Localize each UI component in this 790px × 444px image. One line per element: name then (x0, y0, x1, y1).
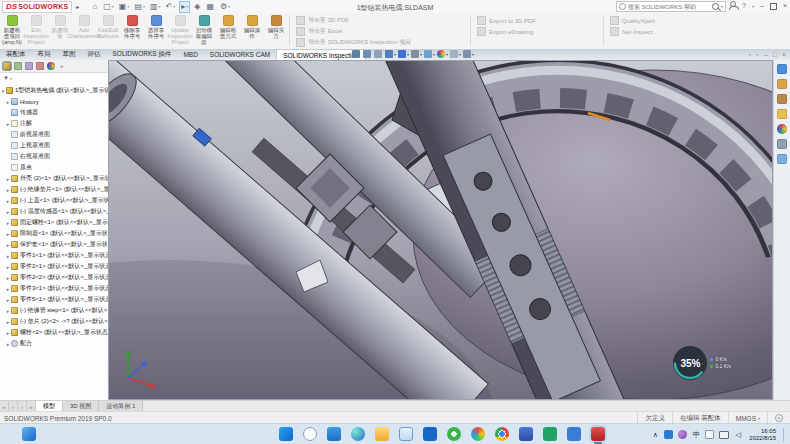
app-green-s-icon[interactable] (543, 427, 557, 441)
tree-item[interactable]: ▸ 螺栓<2> (默认<<默认>_显示状态 (0, 327, 108, 338)
search-dropdown-icon[interactable]: ▾ (721, 4, 723, 9)
tree-item[interactable]: ▾ 1型铠装热电偶 (默认<默认>_显示状态-1> (0, 85, 108, 96)
display-tray-icon[interactable] (719, 431, 729, 439)
tree-item[interactable]: ▸ 限制器<1> (默认<<默认>_显示状 (0, 228, 108, 239)
hud-item[interactable]: ▾ (411, 50, 422, 58)
tree-item[interactable]: 传感器 (0, 107, 108, 118)
widgets-button[interactable] (22, 427, 36, 441)
tree-item[interactable]: ▸ 零件2<2> (默认<<默认>_显示状态 (0, 272, 108, 283)
ribbon-menu-item[interactable]: Export eDrawing (477, 27, 597, 36)
tree-item[interactable]: 原点 (0, 162, 108, 173)
displaymanager-tab[interactable] (47, 62, 55, 70)
hud-item[interactable] (352, 50, 361, 58)
ribbon-tab[interactable]: 布局 (32, 49, 57, 60)
ribbon-menu-item[interactable]: 导出至 SOLIDWORKS Inspection 项目 (296, 38, 464, 47)
ribbon-button[interactable]: Update Inspection Project (168, 13, 192, 49)
save-icon[interactable]: ▤ ▾ (133, 1, 146, 12)
doc-window-icon[interactable]: ▫ (756, 50, 758, 59)
tree-item[interactable]: 上视基准面 (0, 140, 108, 151)
tree-item[interactable]: 右视基准面 (0, 151, 108, 162)
hud-item[interactable]: ▾ (463, 50, 474, 58)
home-icon[interactable]: ⌂ (91, 1, 99, 12)
wps-icon[interactable] (567, 427, 581, 441)
file-explorer-pane-icon[interactable] (777, 94, 787, 104)
volume-icon[interactable]: ◁ (734, 430, 742, 440)
file-properties-icon[interactable]: ▦ (205, 1, 216, 12)
ribbon-button[interactable]: 选择零 件序号 (144, 13, 168, 49)
language-bar-icon[interactable] (705, 430, 714, 439)
tree-item[interactable]: ▸ 零件1<1> (默认<<默认>_显示状态 (0, 250, 108, 261)
hud-item[interactable]: ▾ (450, 50, 461, 58)
ribbon-menu-item[interactable]: 导出至 2D PDF (296, 16, 464, 25)
tree-item[interactable]: ▸ 固定螺栓<1> (默认<<默认>_显示 (0, 217, 108, 228)
tree-item[interactable]: ▸ (-) 绝缘垫片<1> (默认<<默认>_显 (0, 184, 108, 195)
ime-indicator[interactable]: 中 (692, 430, 700, 440)
monitor-app-icon[interactable] (519, 427, 533, 441)
tree-item[interactable]: ▸ 零件3<1> (默认<<默认>_显示状态 (0, 283, 108, 294)
ribbon-button[interactable]: Add/Edit Balloons (96, 13, 120, 49)
view-palette-icon[interactable] (777, 109, 787, 119)
undo-icon[interactable]: ↶ ▾ (165, 1, 177, 12)
tree-item[interactable]: ▸ 保护套<1> (默认<<默认>_显示状 (0, 239, 108, 250)
ribbon-button[interactable]: Edit Inspection Project (24, 13, 48, 49)
hud-item[interactable]: ▾ (437, 50, 448, 58)
edge-icon[interactable] (351, 427, 365, 441)
ribbon-tab[interactable]: 草图 (57, 49, 82, 60)
hud-item[interactable]: ▾ (385, 50, 396, 58)
ribbon-tab[interactable]: 评估 (82, 49, 107, 60)
doc-window-icon[interactable]: ▫ (749, 50, 751, 59)
security-shield-icon[interactable] (664, 430, 673, 439)
menu-flyout-arrow-icon[interactable]: ▸ (76, 3, 79, 10)
sign-in-icon[interactable] (730, 1, 736, 7)
ribbon-menu-item[interactable]: Net-Inspect (610, 27, 705, 36)
ribbon-menu-item[interactable]: Export to 3D PDF (477, 16, 597, 25)
ribbon-button[interactable]: 新建检 查项目 (amp;N) (0, 13, 24, 49)
ribbon-tab[interactable]: SOLIDWORKS CAM (204, 49, 276, 60)
tree-item[interactable]: ▸ 零件5<1> (默认<<默认>_显示状态 (0, 294, 108, 305)
ribbon-tab[interactable]: SOLIDWORKS 插件 (107, 49, 178, 60)
ribbon-button[interactable]: 移除零 件序号 (120, 13, 144, 49)
filter-icon[interactable]: ▼ (3, 75, 9, 81)
tree-item[interactable]: ▸ History (0, 96, 108, 107)
options-icon[interactable]: ⚙ ▾ (219, 1, 231, 12)
hud-item[interactable]: ▾ (424, 50, 435, 58)
dimxpertmanager-tab[interactable] (36, 62, 44, 70)
solidworks-taskbar-icon[interactable] (591, 427, 605, 441)
ribbon-button[interactable]: 编辑实 方 (264, 13, 288, 49)
tree-item[interactable]: ▸ 注解 (0, 118, 108, 129)
ribbon-tab[interactable]: 装配体 (0, 49, 32, 60)
tree-item[interactable]: ▸ (-) 上盖<1> (默认<<默认>_显示状 (0, 195, 108, 206)
resources-home-icon[interactable] (777, 64, 787, 74)
custom-properties-icon[interactable] (777, 139, 787, 149)
ribbon-button[interactable]: 编辑操 作 (240, 13, 264, 49)
new-file-icon[interactable]: ▢ ▾ (102, 1, 115, 12)
appearances-scenes-icon[interactable] (777, 124, 787, 134)
start-button[interactable] (279, 427, 293, 441)
print-icon[interactable]: ▥ ▾ (149, 1, 162, 12)
search-button[interactable] (303, 427, 317, 441)
store-icon[interactable] (423, 427, 437, 441)
doc-close-icon[interactable]: × (782, 50, 786, 59)
tree-item[interactable]: ▸ (-) 温度传感器<1> (默认<<默认>_ (0, 206, 108, 217)
status-notification-icon[interactable] (775, 414, 783, 422)
tree-item[interactable]: ▸ 外壳 (2)<1> (默认<<默认>_显示状 (0, 173, 108, 184)
restore-button[interactable] (770, 3, 777, 10)
hud-item[interactable] (374, 50, 383, 58)
configurationmanager-tab[interactable] (25, 62, 33, 70)
hidden-icons-chevron[interactable]: ∧ (651, 430, 659, 440)
hud-item[interactable]: ▾ (398, 50, 409, 58)
ribbon-menu-item[interactable]: 导出至 Excel (296, 27, 464, 36)
chrome-icon[interactable] (495, 427, 509, 441)
propertymanager-tab[interactable] (14, 62, 22, 70)
show-desktop-button[interactable] (783, 428, 786, 442)
solidworks-logo[interactable]: DS SOLIDWORKS (2, 1, 72, 13)
tree-item[interactable]: ▸ 零件2<1> (默认<<默认>_显示状态 (0, 261, 108, 272)
tree-item[interactable]: 前视基准面 (0, 129, 108, 140)
browser-colorful-icon[interactable] (471, 427, 485, 441)
help-dropdown-icon[interactable]: ▾ (752, 4, 754, 9)
tree-item[interactable]: ▸ (-) 绝缘管.step<1> (默认<<默认> (0, 305, 108, 316)
open-file-icon[interactable]: ▣ ▾ (118, 1, 131, 12)
ribbon-menu-item[interactable]: QualityXpert (610, 16, 705, 25)
search-input[interactable] (628, 4, 710, 10)
search-scope-icon[interactable] (619, 3, 626, 10)
